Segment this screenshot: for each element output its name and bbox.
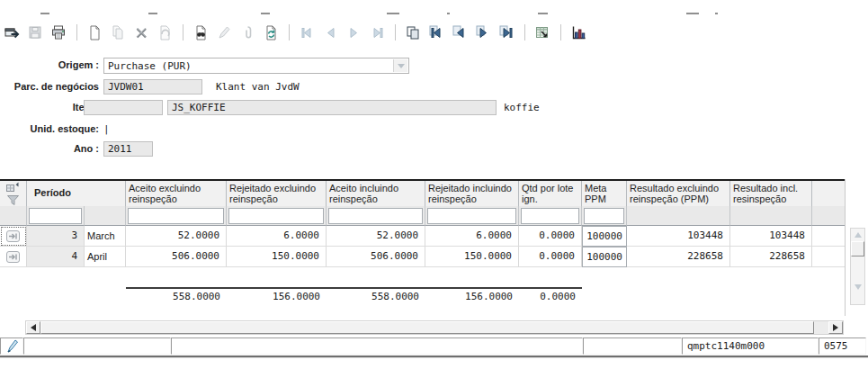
chart-icon[interactable] xyxy=(570,24,587,41)
vertical-scrollbar[interactable] xyxy=(850,228,865,305)
print-icon[interactable] xyxy=(50,24,67,41)
filter-input-aceito_incl[interactable] xyxy=(327,206,425,226)
filter-input-qtd_lote[interactable] xyxy=(519,206,582,226)
cell-rejeitado_incl[interactable]: 150.0000 xyxy=(425,247,519,267)
cell-aceito_excl[interactable]: 506.0000 xyxy=(126,247,227,267)
grid-view-icon[interactable] xyxy=(534,24,551,41)
total-res_excl xyxy=(627,287,730,305)
cell-res_incl[interactable]: 103448 xyxy=(730,226,812,247)
unid-estoque-cursor[interactable]: | xyxy=(103,122,110,137)
toolbar-separator xyxy=(395,24,396,40)
scroll-down-icon[interactable] xyxy=(851,281,864,293)
item-description: koffie xyxy=(504,100,540,115)
cell-aceito_incl[interactable]: 52.0000 xyxy=(327,226,425,247)
cell-month[interactable]: April xyxy=(85,247,126,267)
cell-period-number[interactable]: 4 xyxy=(27,247,85,267)
parc-label: Parc. de negócios xyxy=(0,81,99,92)
column-header-rejeitado_excl[interactable]: Rejeitado excluindo reinspeção xyxy=(227,181,327,206)
horizontal-scroll-thumb[interactable] xyxy=(40,321,814,334)
item-field-segment2[interactable]: JS_KOFFIE xyxy=(167,100,497,115)
filter-input-res_incl xyxy=(730,206,812,226)
column-header-res_incl[interactable]: Resultado incl. resinspeção xyxy=(730,181,812,206)
filter-input-rejeitado_excl[interactable] xyxy=(227,206,327,226)
cell-aceito_excl[interactable]: 52.0000 xyxy=(126,226,227,247)
toolbar-separator xyxy=(76,24,77,40)
cell-month[interactable]: March xyxy=(85,226,126,247)
row-drill-cell[interactable] xyxy=(0,247,27,267)
last-view-icon[interactable] xyxy=(498,24,515,41)
duplicate-icon[interactable] xyxy=(405,24,422,41)
total-res_incl xyxy=(730,287,812,305)
total-aceito_incl: 558.0000 xyxy=(327,287,425,305)
cell-qtd_lote[interactable]: 0.0000 xyxy=(519,226,582,247)
column-header-res_excl[interactable]: Resultado excluindo reinspeção (PPM) xyxy=(627,181,730,206)
ano-label: Ano : xyxy=(0,143,99,154)
status-cell-1 xyxy=(23,338,171,355)
column-header-qtd_lote[interactable]: Qtd por lote ign. xyxy=(519,181,582,206)
origem-select[interactable]: Purchase (PUR) xyxy=(103,58,409,74)
last-record-icon xyxy=(369,24,386,41)
filter-input-rejeitado_incl[interactable] xyxy=(425,206,519,226)
filter-input-periodo[interactable] xyxy=(27,206,85,226)
prev-view-icon[interactable] xyxy=(452,24,469,41)
column-header-aceito_excl[interactable]: Aceito excluindo reinspeção xyxy=(126,181,227,206)
prev-record-icon xyxy=(322,24,339,41)
totals-spacer xyxy=(0,287,27,305)
column-header-rejeitado_incl[interactable]: Rejeitado incluindo reinspeção xyxy=(425,181,519,206)
first-view-icon[interactable] xyxy=(428,24,445,41)
column-header-periodo[interactable]: Período xyxy=(27,181,126,206)
copy-icon xyxy=(110,24,127,41)
unid-estoque-label: Unid. estoque: xyxy=(0,123,99,134)
drill-down-icon[interactable] xyxy=(6,251,20,263)
toolbar-separator xyxy=(289,24,290,40)
cell-meta_ppm[interactable]: 100000 xyxy=(582,226,627,247)
totals-row: 558.0000156.0000558.0000156.00000.0000 xyxy=(0,287,846,305)
find-icon[interactable] xyxy=(192,24,210,41)
row-drill-cell[interactable] xyxy=(0,226,27,247)
column-header-aceito_incl[interactable]: Aceito incluindo reinspeção xyxy=(327,181,425,206)
item-field-segment1[interactable] xyxy=(84,100,163,115)
table-row[interactable]: 4April506.0000150.0000506.0000150.00000.… xyxy=(0,247,846,267)
total-qtd_lote: 0.0000 xyxy=(519,287,582,305)
cell-rejeitado_excl[interactable]: 6.0000 xyxy=(227,226,327,247)
cell-res_excl[interactable]: 228658 xyxy=(627,247,730,267)
cell-meta_ppm[interactable]: 100000 xyxy=(582,247,627,267)
cell-res_excl[interactable]: 103448 xyxy=(627,226,730,247)
column-header-meta_ppm[interactable]: Meta PPM xyxy=(582,181,627,206)
insert-row-icon[interactable] xyxy=(6,182,20,193)
origem-label: Origem : xyxy=(0,59,99,70)
cell-rejeitado_incl[interactable]: 6.0000 xyxy=(425,226,519,247)
filter-month-cell xyxy=(85,206,126,226)
drill-down-icon[interactable] xyxy=(6,230,20,242)
grid-corner-cell xyxy=(0,181,27,206)
delete-icon[interactable] xyxy=(133,24,150,41)
filter-input-aceito_excl[interactable] xyxy=(126,206,227,226)
save-exit-icon[interactable] xyxy=(4,24,21,41)
parc-description: Klant van JvdW xyxy=(216,79,300,94)
refresh-icon[interactable] xyxy=(263,24,280,41)
new-record-icon[interactable] xyxy=(86,24,103,41)
cell-period-number[interactable]: 3 xyxy=(27,226,85,247)
cell-res_incl[interactable]: 228658 xyxy=(730,247,812,267)
filter-icon[interactable] xyxy=(7,195,19,205)
pen-icon xyxy=(6,339,18,353)
next-record-icon xyxy=(345,24,362,41)
next-view-icon[interactable] xyxy=(475,24,492,41)
status-cell-2 xyxy=(583,338,682,355)
scroll-right-icon[interactable] xyxy=(828,321,843,334)
horizontal-scrollbar[interactable] xyxy=(25,320,844,335)
scroll-up-icon[interactable] xyxy=(851,229,864,241)
chevron-down-icon[interactable] xyxy=(393,59,407,72)
cell-aceito_incl[interactable]: 506.0000 xyxy=(327,247,425,267)
table-row[interactable]: 3March52.00006.000052.00006.00000.000010… xyxy=(0,226,846,247)
cell-rejeitado_excl[interactable]: 150.0000 xyxy=(227,247,327,267)
scroll-left-icon[interactable] xyxy=(26,321,40,334)
cell-qtd_lote[interactable]: 0.0000 xyxy=(519,247,582,267)
cell-filler xyxy=(812,226,846,247)
vertical-scroll-thumb[interactable] xyxy=(851,241,864,256)
first-record-icon xyxy=(299,24,316,41)
program-code: qmptc1140m000 xyxy=(682,338,819,355)
parc-field[interactable]: JVDW01 xyxy=(103,79,202,94)
filter-input-meta_ppm[interactable] xyxy=(582,206,627,226)
ano-field[interactable]: 2011 xyxy=(103,141,153,157)
